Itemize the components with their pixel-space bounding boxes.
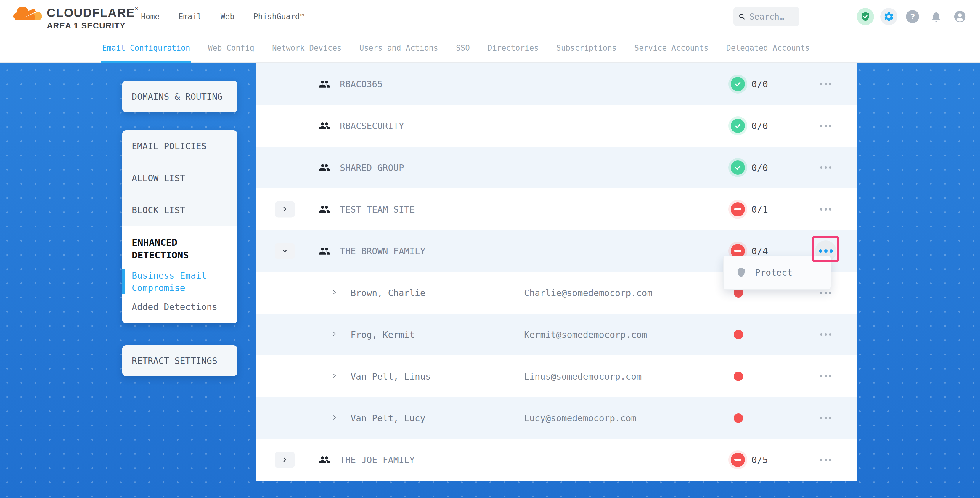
expand-toggle-button[interactable] xyxy=(275,452,295,468)
row-email: Kermit@somedemocorp.com xyxy=(524,329,647,340)
row-name: THE JOE FAMILY xyxy=(340,455,415,465)
app-header: CLOUDFLARE® AREA 1 SECURITY Home Email W… xyxy=(0,0,980,33)
help-icon[interactable]: ? xyxy=(906,10,919,23)
expand-toggle-button[interactable] xyxy=(275,243,295,259)
shield-icon xyxy=(736,267,746,278)
status-ok-badge xyxy=(731,119,745,133)
protected-count: 0/5 xyxy=(751,455,768,465)
table-row: Van Pelt, Lucy Lucy@somedemocorp.com xyxy=(256,397,857,439)
subnav-tab[interactable]: Web Config xyxy=(208,33,255,62)
status-blocked-badge xyxy=(731,202,745,216)
subnav-tab[interactable]: Directories xyxy=(488,33,539,62)
sidebar-subitem[interactable]: Added Detections xyxy=(132,301,232,313)
check-icon xyxy=(734,80,742,88)
row-email: Linus@somedemocorp.com xyxy=(524,371,641,381)
subnav-tab[interactable]: Service Accounts xyxy=(635,33,708,62)
top-nav-link[interactable]: Email xyxy=(178,12,202,21)
table-row: THE JOE FAMILY 0/5 xyxy=(256,439,857,480)
area1-security-app: CLOUDFLARE® AREA 1 SECURITY Home Email W… xyxy=(0,0,980,498)
status-dot-badge xyxy=(733,330,743,339)
row-actions-button[interactable] xyxy=(815,157,837,178)
row-email: Charlie@somedemocorp.com xyxy=(524,288,652,298)
row-actions-button[interactable] xyxy=(815,115,837,137)
sidebar-policy-list: EMAIL POLICIES ALLOW LIST BLOCK LIST xyxy=(122,130,237,226)
sidebar-item-enhanced-detections[interactable]: ENHANCED DETECTIONS xyxy=(132,236,232,262)
chevron-right-icon xyxy=(282,457,288,463)
member-chevron-icon xyxy=(331,373,337,380)
check-icon xyxy=(734,164,742,172)
sidebar-policies-card: EMAIL POLICIES ALLOW LIST BLOCK LIST ENH… xyxy=(122,130,237,323)
chevron-right-icon xyxy=(282,248,288,254)
subnav-tab[interactable]: Users and Actions xyxy=(360,33,438,62)
notifications-bell-icon[interactable] xyxy=(930,10,942,23)
row-name: THE BROWN FAMILY xyxy=(340,246,425,256)
group-people-icon xyxy=(318,79,331,89)
chevron-right-icon xyxy=(282,207,288,212)
member-chevron-icon xyxy=(331,415,337,422)
sidebar-policy-item[interactable]: BLOCK LIST xyxy=(122,194,237,226)
sidebar-subitem[interactable]: Business Email Compromise xyxy=(122,269,232,294)
subnav-tab[interactable]: Delegated Accounts xyxy=(726,33,810,62)
row-name: SHARED_GROUP xyxy=(340,162,404,173)
sidebar-policy-item[interactable]: ALLOW LIST xyxy=(122,162,237,194)
row-email: Lucy@somedemocorp.com xyxy=(524,413,636,423)
minus-icon xyxy=(734,208,741,210)
user-avatar-icon[interactable] xyxy=(953,10,967,23)
protected-count: 0/0 xyxy=(751,79,768,89)
registered-mark: ® xyxy=(135,6,138,11)
row-name: Brown, Charlie xyxy=(350,288,425,298)
sidebar-enhanced-detections: ENHANCED DETECTIONS Business Email Compr… xyxy=(122,226,237,323)
top-nav-link[interactable]: PhishGuard™ xyxy=(253,12,304,21)
highlight-box xyxy=(812,236,839,262)
subnav-tab[interactable]: Subscriptions xyxy=(556,33,617,62)
table-row: SHARED_GROUP 0/0 xyxy=(256,146,857,188)
protected-count: 0/0 xyxy=(751,121,768,131)
check-icon xyxy=(734,122,742,130)
settings-gear-icon[interactable] xyxy=(880,8,897,25)
member-chevron-icon xyxy=(331,331,337,338)
group-people-icon xyxy=(318,162,331,173)
row-actions-button[interactable] xyxy=(815,324,837,345)
row-actions-button[interactable] xyxy=(815,199,837,220)
protected-count: 0/1 xyxy=(751,204,768,215)
table-row: Frog, Kermit Kermit@somedemocorp.com xyxy=(256,313,857,355)
group-people-icon xyxy=(318,121,331,131)
security-status-shield-icon[interactable] xyxy=(857,8,874,25)
group-people-icon xyxy=(318,455,331,465)
search-box[interactable] xyxy=(733,7,799,26)
sidebar-item-retract-settings[interactable]: RETRACT SETTINGS xyxy=(122,345,237,376)
table-row: Van Pelt, Linus Linus@somedemocorp.com xyxy=(256,355,857,397)
row-name: Frog, Kermit xyxy=(350,329,415,340)
sidebar-item-domains-routing[interactable]: DOMAINS & ROUTING xyxy=(122,81,237,112)
row-actions-button[interactable] xyxy=(815,407,837,429)
search-input[interactable] xyxy=(749,12,794,22)
row-name: Van Pelt, Lucy xyxy=(350,413,425,423)
row-actions-button[interactable] xyxy=(815,366,837,387)
config-subnav: Email Configuration Web Config Network D… xyxy=(0,33,980,63)
status-blocked-badge xyxy=(731,453,745,467)
cloudflare-cloud-icon xyxy=(13,3,45,21)
group-people-icon xyxy=(318,204,331,215)
group-people-icon xyxy=(318,246,331,256)
top-nav-link[interactable]: Web xyxy=(221,12,234,21)
search-icon xyxy=(739,12,745,21)
subnav-tab[interactable]: Network Devices xyxy=(272,33,342,62)
row-actions-button[interactable] xyxy=(815,73,837,95)
status-dot-badge xyxy=(733,372,743,381)
status-ok-badge xyxy=(731,77,745,91)
row-name: TEST TEAM SITE xyxy=(340,204,415,214)
table-row: RBACO365 0/0 xyxy=(256,63,857,105)
row-actions-button[interactable] xyxy=(815,449,837,471)
sidebar-policy-item[interactable]: EMAIL POLICIES xyxy=(122,130,237,162)
expand-toggle-button[interactable] xyxy=(275,201,295,217)
top-nav: Home Email Web PhishGuard™ xyxy=(141,0,304,33)
member-chevron-icon xyxy=(331,289,337,296)
row-name: RBACO365 xyxy=(340,79,383,89)
protected-count: 0/0 xyxy=(751,162,768,173)
minus-icon xyxy=(734,250,741,252)
subnav-tab[interactable]: SSO xyxy=(456,33,470,62)
row-name: Van Pelt, Linus xyxy=(350,371,431,381)
enhanced-detections-subitems: Business Email Compromise Added Detectio… xyxy=(132,269,232,313)
top-nav-link[interactable]: Home xyxy=(141,12,159,21)
subnav-tab[interactable]: Email Configuration xyxy=(102,33,190,62)
